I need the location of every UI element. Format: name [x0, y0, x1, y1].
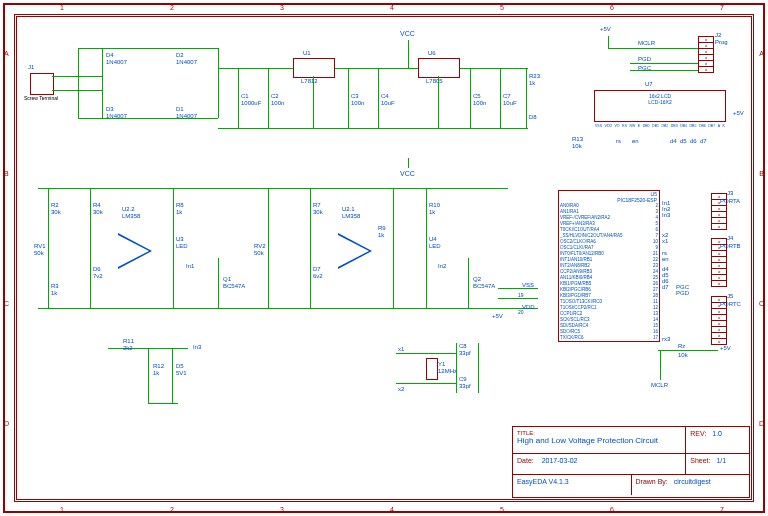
u21-val: LM358: [342, 213, 360, 219]
lcd-pin-vo: VO: [615, 124, 620, 128]
j1-name: Screw Terminal: [24, 96, 58, 101]
header-j2: ooo ooo: [698, 36, 714, 73]
col-5-top: 5: [500, 4, 504, 11]
j3-ref: J3: [727, 190, 733, 196]
c1-val: 1000uF: [241, 100, 261, 106]
u5-pgd: PGD: [676, 290, 689, 296]
row-b-left: B: [4, 170, 9, 177]
j5-name: PORTC: [720, 301, 741, 307]
in1-net: In1: [186, 263, 194, 269]
row-d-right: D: [759, 420, 764, 427]
drawn-label: Drawn By:: [636, 478, 668, 485]
r23-ref: R23: [529, 73, 540, 79]
lcd-pin-rw: RW: [630, 124, 636, 128]
rz-ref: Rz: [678, 343, 685, 349]
u4-ref: U4: [429, 236, 437, 242]
sheet-text: 1/1: [712, 457, 726, 464]
r9-val: 1k: [378, 232, 384, 238]
u4-val: LED: [429, 243, 441, 249]
regulator-u1: [293, 58, 335, 78]
sheet-label: Sheet:: [690, 457, 710, 464]
col-6-bot: 6: [610, 506, 614, 513]
col-2-bot: 2: [170, 506, 174, 513]
col-3-top: 3: [280, 4, 284, 11]
u3-val: LED: [176, 243, 188, 249]
rv2-ref: RV2: [254, 243, 266, 249]
d7-ref: D7: [313, 266, 321, 272]
p5v-d: +5V: [720, 345, 731, 351]
rev-label: REV:: [690, 430, 706, 437]
j1-ref: J1: [28, 64, 34, 70]
mcu-u5: U5 PIC18F2520-ESP AN0/RA02AN1/RA13VREF-/…: [558, 190, 660, 342]
row-c-right: C: [759, 300, 764, 307]
lcd-pin-d0: DB0: [643, 124, 650, 128]
title-block: TITLE: High and Low Voltage Protection C…: [512, 426, 750, 498]
j2-name: Prog: [715, 39, 728, 45]
opamp-u2-2: [118, 233, 152, 269]
col-7-top: 7: [720, 4, 724, 11]
u1-val: L7812: [301, 78, 318, 84]
mcu-pin-label: RX/DT/RC7: [560, 341, 584, 342]
r3-val: 1k: [51, 290, 57, 296]
c3-val: 100n: [351, 100, 364, 106]
j5-ref: J5: [727, 293, 733, 299]
lcd-d5: d5: [680, 138, 687, 144]
c2-ref: C2: [271, 93, 279, 99]
vss-net: VSS: [522, 282, 534, 288]
u22-ref: U2.2: [122, 206, 135, 212]
d7-val: 6v2: [313, 273, 323, 279]
u7-ref: U7: [645, 81, 653, 87]
u1-ref: U1: [303, 50, 311, 56]
u5-en: en: [662, 256, 669, 262]
col-7-bot: 7: [720, 506, 724, 513]
rev-text: 1.0: [708, 430, 722, 437]
c7-ref: C7: [503, 93, 511, 99]
vcc-label-2: VCC: [400, 170, 415, 177]
r11-val: 2k2: [123, 345, 133, 351]
lcd-pin-d3: DB3: [671, 124, 678, 128]
schematic-canvas[interactable]: J1 Screw Terminal D4 1N4007 D2 1N4007 D3…: [18, 18, 750, 498]
d8-ref: D8: [529, 114, 537, 120]
col-1-bot: 1: [60, 506, 64, 513]
screw-terminal-j1: [30, 73, 54, 95]
u22-val: LM358: [122, 213, 140, 219]
lcd-pin-vdd: VDD: [605, 124, 612, 128]
c9-val: 33pf: [459, 383, 471, 389]
r9-ref: R9: [378, 225, 386, 231]
drawn-text: circuitdigest: [670, 478, 711, 485]
c8-val: 33pf: [459, 350, 471, 356]
lcd-pin-d7: DB7: [708, 124, 715, 128]
c9-ref: C9: [459, 376, 467, 382]
tool-text: EasyEDA V4.1.3: [513, 475, 632, 495]
col-6-top: 6: [610, 4, 614, 11]
u5-x1: x1: [662, 238, 668, 244]
d2-ref: D2: [176, 52, 184, 58]
rv2-val: 50k: [254, 250, 264, 256]
p5v-a: +5V: [600, 26, 611, 32]
crystal-y1: [426, 358, 438, 380]
r23-val: 1k: [529, 80, 535, 86]
row-c-left: C: [4, 300, 9, 307]
d5-ref: D5: [176, 363, 184, 369]
in3-net: In3: [193, 344, 201, 350]
p5v-c: +5V: [492, 313, 503, 319]
u21-ref: U2.1: [342, 206, 355, 212]
u6-ref: U6: [428, 50, 436, 56]
date-text: 2017-03-02: [536, 457, 578, 464]
q2-val: BC547A: [473, 283, 495, 289]
row-a-left: A: [4, 50, 9, 57]
y1-ref: Y1: [438, 361, 445, 367]
lcd-val: LCD-16X2: [595, 99, 725, 105]
d2-val: 1N4007: [176, 59, 197, 65]
lcd-u7: U7 16x2 LCD LCD-16X2 VSS VDD VO RS RW E …: [594, 90, 726, 122]
d4-ref: D4: [106, 52, 114, 58]
vcc-label-1: VCC: [400, 30, 415, 37]
pgc-net: PGC: [638, 65, 651, 71]
r12-ref: R12: [153, 363, 164, 369]
row-d-left: D: [4, 420, 9, 427]
pin20: 20: [518, 310, 524, 315]
date-label: Date:: [517, 457, 534, 464]
lcd-pin-k: K: [723, 124, 725, 128]
q1-val: BC547A: [223, 283, 245, 289]
c2-val: 100n: [271, 100, 284, 106]
